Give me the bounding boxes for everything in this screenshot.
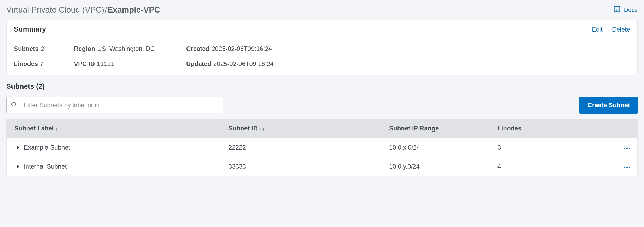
subnet-linodes-cell: 4	[492, 157, 605, 176]
subnet-label-cell: Internal-Subnet	[24, 163, 67, 170]
subnet-label-cell: Example-Subnet	[24, 144, 70, 151]
col-subnet-id-text: Subnet ID	[229, 125, 258, 132]
breadcrumb: Virtual Private Cloud (VPC)/Example-VPC	[6, 5, 160, 15]
svg-point-13	[629, 167, 630, 168]
col-actions	[605, 123, 638, 134]
summary-linodes-label: Linodes	[14, 60, 38, 67]
kebab-icon	[623, 163, 631, 170]
breadcrumb-parent[interactable]: Virtual Private Cloud (VPC)	[6, 5, 104, 14]
summary-updated-label: Updated	[186, 60, 211, 67]
summary-created: Created2025-02-06T09:16:24	[186, 45, 317, 52]
svg-point-7	[624, 148, 625, 149]
create-subnet-button[interactable]: Create Subnet	[579, 97, 638, 114]
subnets-table: Subnet Label↑ Subnet ID↓↑ Subnet IP Rang…	[6, 119, 638, 176]
summary-created-label: Created	[186, 45, 209, 52]
subnet-search-box[interactable]	[6, 97, 223, 113]
svg-marker-10	[17, 164, 19, 169]
col-linodes: Linodes	[492, 119, 605, 138]
row-actions-menu[interactable]	[605, 157, 638, 176]
col-subnet-label[interactable]: Subnet Label↑	[7, 119, 223, 138]
kebab-icon	[623, 144, 631, 151]
summary-linodes: Linodes7	[14, 60, 71, 68]
summary-vpcid: VPC ID11111	[74, 60, 184, 68]
table-row: Internal-Subnet 33333 10.0.y.0/24 4	[7, 157, 637, 176]
breadcrumb-separator: /	[105, 5, 107, 14]
edit-link[interactable]: Edit	[592, 26, 602, 33]
col-subnet-id[interactable]: Subnet ID↓↑	[223, 119, 384, 138]
summary-subnets: Subnets2	[14, 45, 71, 52]
docs-link-label: Docs	[623, 6, 638, 14]
sort-both-icon: ↓↑	[259, 126, 265, 132]
svg-point-11	[624, 167, 625, 168]
svg-point-4	[12, 102, 16, 106]
col-subnet-range: Subnet IP Range	[384, 119, 492, 138]
subnet-range-cell: 10.0.y.0/24	[384, 157, 492, 176]
summary-region-value: US, Washington, DC	[97, 45, 155, 52]
summary-updated-value: 2025-02-06T09:16:24	[213, 60, 274, 67]
subnets-table-header: Subnet Label↑ Subnet ID↓↑ Subnet IP Rang…	[7, 119, 637, 138]
svg-point-12	[626, 167, 628, 168]
summary-vpcid-label: VPC ID	[74, 60, 95, 67]
summary-linodes-value: 7	[40, 60, 43, 67]
summary-vpcid-value: 11111	[97, 60, 114, 67]
svg-line-5	[15, 106, 17, 107]
svg-point-8	[626, 148, 628, 149]
docs-link[interactable]: Docs	[613, 5, 638, 14]
subnet-range-cell: 10.0.x.0/24	[384, 138, 492, 157]
subnet-id-cell: 33333	[223, 157, 384, 176]
search-icon	[11, 101, 24, 109]
sort-asc-icon: ↑	[55, 126, 58, 132]
row-actions-menu[interactable]	[605, 138, 638, 157]
svg-marker-6	[17, 145, 19, 150]
expand-row-toggle[interactable]	[16, 145, 20, 150]
subnet-id-cell: 22222	[223, 138, 384, 157]
summary-card: Summary Edit Delete Subnets2 RegionUS, W…	[6, 20, 638, 75]
delete-link[interactable]: Delete	[612, 26, 630, 33]
breadcrumb-current: Example-VPC	[108, 5, 160, 14]
summary-updated: Updated2025-02-06T09:16:24	[186, 60, 317, 68]
table-row: Example-Subnet 22222 10.0.x.0/24 3	[7, 138, 637, 157]
summary-subnets-value: 2	[41, 45, 44, 52]
summary-region: RegionUS, Washington, DC	[74, 45, 184, 52]
expand-row-toggle[interactable]	[16, 164, 20, 169]
summary-created-value: 2025-02-06T09:16:24	[212, 45, 272, 52]
subnet-linodes-cell: 3	[492, 138, 605, 157]
summary-subnets-label: Subnets	[14, 45, 39, 52]
col-subnet-label-text: Subnet Label	[14, 125, 54, 132]
subnet-search-input[interactable]	[24, 101, 219, 109]
svg-point-9	[629, 148, 630, 149]
subnets-section-title: Subnets (2)	[6, 82, 638, 91]
docs-icon	[613, 5, 621, 14]
summary-title: Summary	[14, 25, 46, 33]
summary-region-label: Region	[74, 45, 95, 52]
